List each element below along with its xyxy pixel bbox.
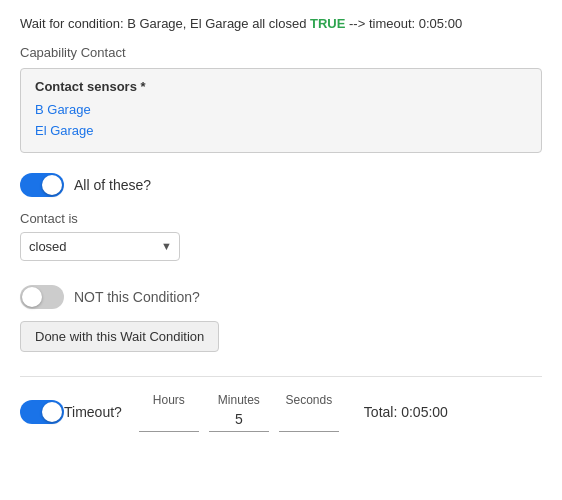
done-button[interactable]: Done with this Wait Condition	[20, 321, 219, 352]
true-badge: TRUE	[310, 16, 345, 31]
hours-field: Hours	[134, 393, 204, 432]
seconds-field: Seconds	[274, 393, 344, 432]
minutes-label: Minutes	[218, 393, 260, 407]
contact-is-label: Contact is	[20, 211, 542, 226]
minutes-field: Minutes	[204, 393, 274, 432]
header-line: Wait for condition: B Garage, El Garage …	[20, 16, 542, 31]
timeout-label: Timeout?	[64, 404, 122, 420]
sensor-el-garage[interactable]: El Garage	[35, 121, 527, 142]
hours-input[interactable]	[139, 409, 199, 432]
not-condition-row: NOT this Condition?	[20, 285, 542, 309]
all-of-these-label: All of these?	[74, 177, 151, 193]
sensor-b-garage[interactable]: B Garage	[35, 100, 527, 121]
sensor-box: Contact sensors * B Garage El Garage	[20, 68, 542, 153]
divider	[20, 376, 542, 377]
toggle-thumb-not	[22, 287, 42, 307]
sensor-box-title: Contact sensors *	[35, 79, 527, 94]
toggle-track-all[interactable]	[20, 173, 64, 197]
capability-label: Capability Contact	[20, 45, 542, 60]
time-fields: Hours Minutes Seconds	[134, 393, 344, 432]
minutes-input[interactable]	[209, 409, 269, 432]
toggle-thumb-all	[42, 175, 62, 195]
arrow-label: -->	[349, 16, 365, 31]
contact-select-wrapper[interactable]: closed open ▼	[20, 232, 180, 261]
contact-select[interactable]: closed open	[20, 232, 180, 261]
seconds-input[interactable]	[279, 409, 339, 432]
timeout-header-label: timeout: 0:05:00	[369, 16, 462, 31]
seconds-label: Seconds	[285, 393, 332, 407]
toggle-thumb-timeout	[42, 402, 62, 422]
toggle-track-not[interactable]	[20, 285, 64, 309]
timeout-toggle[interactable]	[20, 400, 64, 424]
toggle-track-timeout[interactable]	[20, 400, 64, 424]
header-text: Wait for condition: B Garage, El Garage …	[20, 16, 306, 31]
timeout-row: Timeout? Hours Minutes Seconds Total: 0:…	[20, 393, 542, 432]
all-of-these-toggle[interactable]	[20, 173, 64, 197]
hours-label: Hours	[153, 393, 185, 407]
not-condition-label: NOT this Condition?	[74, 289, 200, 305]
not-condition-toggle[interactable]	[20, 285, 64, 309]
total-label: Total: 0:05:00	[364, 404, 448, 420]
all-of-these-row: All of these?	[20, 173, 542, 197]
